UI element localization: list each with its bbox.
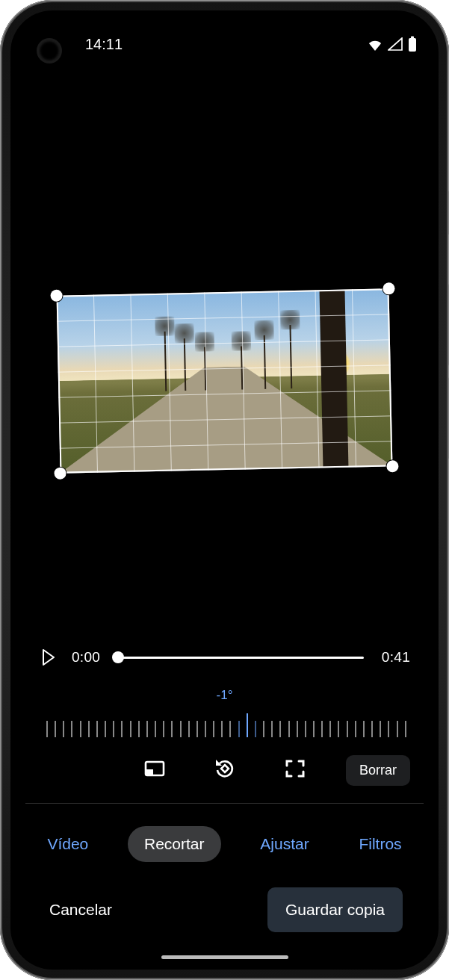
aspect-ratio-button[interactable]: [141, 755, 168, 782]
device-frame: 14:11: [0, 0, 449, 980]
rotate-button[interactable]: [211, 755, 238, 782]
crop-handle-bl[interactable]: [54, 467, 66, 479]
video-frame: [57, 288, 393, 473]
svg-rect-0: [409, 38, 416, 52]
svg-rect-1: [411, 37, 414, 39]
tab-crop[interactable]: Recortar: [128, 826, 221, 862]
svg-rect-3: [146, 769, 153, 775]
clear-label: Borrar: [359, 763, 397, 778]
time-duration: 0:41: [382, 649, 410, 666]
controls: 0:00 0:41 -1°: [10, 642, 439, 970]
cancel-button[interactable]: Cancelar: [46, 893, 115, 926]
video-timeline: 0:00 0:41: [25, 642, 424, 683]
rotation-control: -1°: [25, 683, 424, 755]
clock: 14:11: [85, 36, 123, 53]
crop-box[interactable]: [57, 288, 393, 473]
time-current: 0:00: [72, 649, 100, 666]
rotation-value: -1°: [25, 688, 424, 703]
crop-preview[interactable]: [10, 64, 439, 642]
svg-rect-4: [221, 765, 229, 772]
play-button[interactable]: [39, 648, 58, 667]
crop-handle-br[interactable]: [386, 460, 398, 472]
gesture-bar[interactable]: [161, 955, 288, 959]
tab-adjust[interactable]: Ajustar: [250, 828, 319, 860]
camera-hole: [39, 40, 60, 61]
seek-track[interactable]: [118, 657, 364, 659]
status-bar: 14:11: [10, 10, 439, 64]
crop-handle-tr[interactable]: [383, 282, 394, 294]
clear-button[interactable]: Borrar: [346, 755, 410, 786]
battery-full-icon: [407, 36, 418, 52]
edit-tabs: Vídeo Recortar Ajustar Filtros: [25, 819, 424, 881]
status-icons: [367, 36, 418, 52]
rotation-ruler[interactable]: [40, 707, 409, 737]
tab-video[interactable]: Vídeo: [37, 828, 99, 860]
tab-filters[interactable]: Filtros: [348, 828, 412, 860]
crop-tool-row: Borrar: [25, 755, 424, 803]
divider: [25, 803, 424, 804]
seek-thumb[interactable]: [112, 651, 124, 663]
cell-signal-icon: [388, 37, 403, 51]
save-copy-button[interactable]: Guardar copia: [267, 887, 403, 932]
wifi-icon: [367, 37, 383, 51]
expand-frame-button[interactable]: [282, 755, 309, 782]
screen: 14:11: [10, 10, 439, 970]
